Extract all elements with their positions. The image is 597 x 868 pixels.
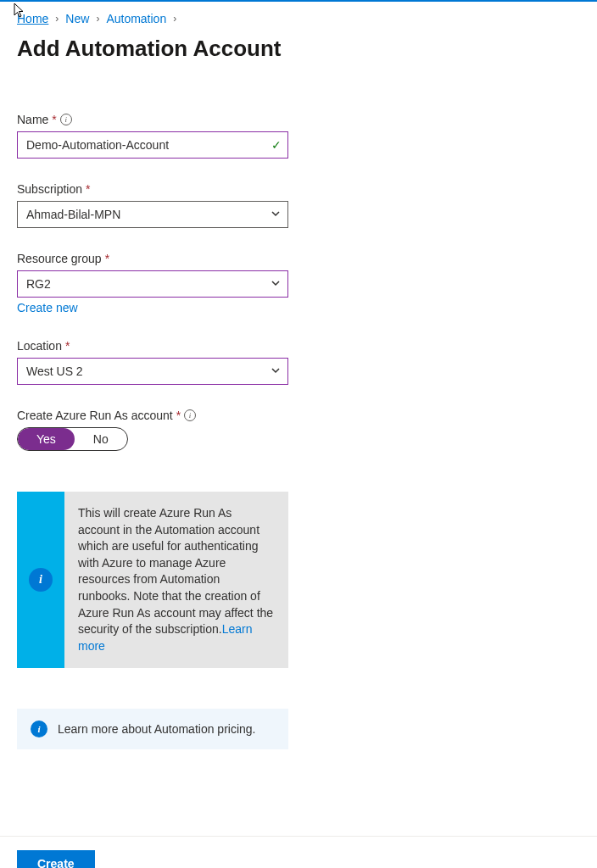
run-as-toggle: Yes No [17,427,128,451]
footer: Create [0,836,597,868]
subscription-select[interactable]: Ahmad-Bilal-MPN [17,201,288,228]
breadcrumb: Home › New › Automation › [17,12,580,25]
field-subscription: Subscription * Ahmad-Bilal-MPN [17,182,288,228]
info-icon: i [31,721,47,737]
name-input[interactable] [17,131,288,159]
toggle-yes[interactable]: Yes [18,428,75,450]
info-panel: i This will create Azure Run As account … [17,492,288,668]
info-panel-bar: i [17,492,64,668]
required-indicator: * [105,252,109,265]
select-value: RG2 [26,277,51,291]
breadcrumb-home[interactable]: Home [17,12,48,25]
chevron-right-icon: › [96,13,99,25]
create-button[interactable]: Create [17,850,95,868]
info-panel-body: This will create Azure Run As account in… [64,492,288,668]
label-text: Subscription [17,182,82,196]
chevron-down-icon [271,364,281,378]
label-text: Resource group [17,252,102,265]
select-value: West US 2 [26,364,83,378]
toggle-no[interactable]: No [75,428,127,450]
create-new-link[interactable]: Create new [17,301,78,314]
field-label-resource-group: Resource group * [17,252,288,265]
field-name: Name * i ✓ [17,113,288,159]
required-indicator: * [52,113,56,126]
select-value: Ahmad-Bilal-MPN [26,208,120,221]
field-location: Location * West US 2 [17,339,288,385]
label-text: Create Azure Run As account [17,409,173,422]
info-icon: i [29,568,53,592]
field-resource-group: Resource group * RG2 Create new [17,252,288,315]
page-title: Add Automation Account [17,36,580,62]
required-indicator: * [176,409,181,422]
chevron-down-icon [271,277,281,291]
field-run-as: Create Azure Run As account * i Yes No [17,409,288,451]
location-select[interactable]: West US 2 [17,358,288,385]
field-label-subscription: Subscription * [17,182,288,196]
info-icon[interactable]: i [184,409,196,421]
field-label-location: Location * [17,339,288,353]
field-label-run-as: Create Azure Run As account * i [17,409,288,422]
chevron-right-icon: › [173,13,176,25]
field-label-name: Name * i [17,113,288,126]
breadcrumb-new[interactable]: New [65,12,89,25]
input-wrap-name: ✓ [17,131,288,159]
chevron-down-icon [271,208,281,221]
required-indicator: * [65,339,70,353]
chevron-right-icon: › [55,13,59,25]
label-text: Location [17,339,62,353]
info-icon[interactable]: i [60,114,72,125]
breadcrumb-automation[interactable]: Automation [106,12,166,25]
required-indicator: * [86,182,90,196]
info-text: This will create Azure Run As account in… [78,506,273,636]
resource-group-select[interactable]: RG2 [17,270,288,298]
checkmark-icon: ✓ [271,138,282,152]
pricing-panel[interactable]: i Learn more about Automation pricing. [17,709,288,749]
label-text: Name [17,113,48,126]
pricing-text: Learn more about Automation pricing. [58,722,255,736]
